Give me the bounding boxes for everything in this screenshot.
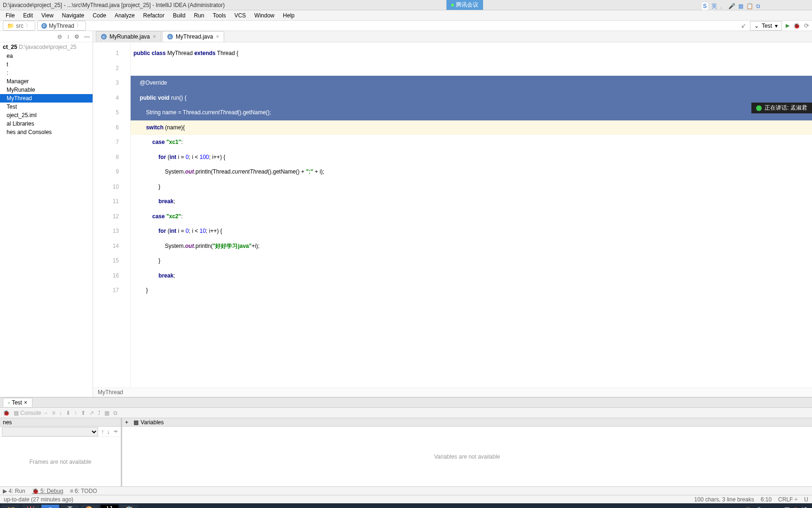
menu-edit[interactable]: Edit [19,11,37,20]
collapse-icon[interactable]: ⊖ [57,33,62,40]
tencent-meeting-indicator[interactable]: 腾讯会议 [446,0,483,10]
line-number[interactable]: 4 [93,91,130,106]
menu-file[interactable]: File [2,11,18,20]
console-tab[interactable]: ▦ Console → [14,410,48,416]
menu-navigate[interactable]: Navigate [58,11,88,20]
ime-icon-0[interactable]: 、 [720,2,726,10]
layout-icon[interactable]: ≡ [52,410,55,416]
tw-todo[interactable]: ≡ 6: TODO [70,488,97,494]
next-frame-icon[interactable]: ↓ [107,428,110,435]
tree-node[interactable]: Manager [0,77,93,86]
tab-mythread[interactable]: CMyThread.java× [162,31,224,42]
tree-node[interactable]: hes and Consoles [0,128,93,136]
code-editor[interactable]: 1 2 3 4 5 6 7 8 9 10 11 12 13 14 15 16 1… [93,42,812,388]
tw-run[interactable]: ▶ 4: Run [3,488,25,494]
line-number[interactable]: 11 [93,194,130,209]
debug-button[interactable]: 🐞 [793,23,800,29]
ime-icon-2[interactable]: ▦ [738,3,743,9]
menu-view[interactable]: View [38,11,57,20]
taskbar-app3[interactable]: 🎨 [81,505,99,508]
debug-tab-test[interactable]: ▫Test× [3,398,32,407]
tree-node[interactable]: MyRunable [0,86,93,94]
run-config-selector[interactable]: ⌄Test▾ [750,21,782,31]
menu-help[interactable]: Help [279,11,298,20]
step-into-icon[interactable]: ⬇ [66,410,70,416]
line-number[interactable]: 16 [93,269,130,284]
gutter[interactable]: 1 2 3 4 5 6 7 8 9 10 11 12 13 14 15 16 1… [93,42,131,388]
line-number[interactable]: 5 [93,105,130,120]
debug-icon[interactable]: 🐞 [3,410,10,416]
ime-panel[interactable]: S 英 、 🎤 ▦ 📋 ⧉ [701,2,760,10]
breadcrumb-class[interactable]: CMyThread〉 [37,21,86,31]
tab-myrunable[interactable]: CMyRunable.java× [96,31,161,42]
line-number[interactable]: 8 [93,150,130,165]
close-icon[interactable]: × [153,33,156,40]
line-separator[interactable]: CRLF ÷ [778,496,797,503]
project-root[interactable]: ct_25 D:\javacode\project_25 [0,42,93,52]
menu-code[interactable]: Code [89,11,110,20]
line-number[interactable]: 3 [93,76,130,91]
line-number[interactable]: 6 [93,120,130,135]
menu-analyze[interactable]: Analyze [111,11,139,20]
menu-refactor[interactable]: Refactor [140,11,168,20]
ime-icon-3[interactable]: 📋 [746,3,753,9]
add-watch-icon[interactable]: + [125,419,128,426]
project-tree[interactable]: ct_25 D:\javacode\project_25 ea t : Mana… [0,42,93,397]
taskbar-app1[interactable]: ⎍ [41,505,59,508]
line-number[interactable]: 15 [93,254,130,269]
encoding[interactable]: U [804,496,808,503]
menu-window[interactable]: Window [250,11,278,20]
rerun-button[interactable]: ⟳ [804,22,809,29]
sort-icon[interactable]: ↕ [67,33,70,40]
run-to-cursor-icon[interactable]: ↗ [89,410,94,416]
taskbar-explorer[interactable]: 📁 [2,505,20,508]
taskbar-wps[interactable]: W [22,505,39,508]
system-tray[interactable]: ▴ ⚫ 🔒 ✉ 🕪 英 S 15 [738,506,810,508]
caret-position[interactable]: 6:10 [761,496,772,503]
step-over-icon[interactable]: ↓ [59,410,62,416]
menu-build[interactable]: Build [169,11,189,20]
tree-node-selected[interactable]: MyThread [0,94,93,103]
taskbar-app2[interactable]: T [61,505,79,508]
taskbar-intellij[interactable]: IJ [101,505,118,508]
nav-back-icon[interactable]: ↙ [741,22,746,29]
line-number[interactable]: 9 [93,165,130,180]
gear-icon[interactable]: ⚙ [74,33,79,40]
filter-icon[interactable]: ⫧ [113,428,119,435]
evaluate-icon[interactable]: ⤴ [98,410,101,416]
windows-taskbar[interactable]: 📁 W ⎍ T 🎨 IJ 📋 ▴ ⚫ 🔒 ✉ 🕪 英 S 15 [0,503,812,508]
tree-node[interactable]: t [0,60,93,69]
tree-node[interactable]: oject_25.iml [0,111,93,119]
prev-frame-icon[interactable]: ↑ [101,428,104,435]
ime-lang[interactable]: 英 [711,2,717,10]
tree-node[interactable]: ea [0,52,93,60]
breadcrumb-src[interactable]: 📁src〉 [3,21,35,31]
taskbar-app4[interactable]: 📋 [120,505,138,508]
close-icon[interactable]: × [24,399,27,406]
tree-node[interactable]: Test [0,103,93,111]
layout-2-icon[interactable]: ▦ [104,410,109,416]
ime-icon-4[interactable]: ⧉ [756,3,760,9]
force-step-icon[interactable]: ⬆ [81,410,86,416]
line-number[interactable]: 10 [93,180,130,195]
thread-selector[interactable] [2,427,98,437]
sogou-icon[interactable]: S [701,2,709,10]
code-body[interactable]: public class MyThread extends Thread { @… [131,42,812,388]
menu-vcs[interactable]: VCS [231,11,250,20]
step-out-icon[interactable]: ↑ [74,410,77,416]
close-icon[interactable]: × [216,33,219,40]
line-number[interactable]: 14 [93,239,130,254]
run-button[interactable]: ▶ [786,23,789,29]
editor-crumb-bar[interactable]: MyThread [93,388,812,397]
tray-icon[interactable]: 英 [784,506,790,508]
line-number[interactable]: 13 [93,224,130,239]
menu-tools[interactable]: Tools [209,11,230,20]
menu-run[interactable]: Run [190,11,208,20]
tree-node[interactable]: : [0,69,93,77]
tree-node[interactable]: al Libraries [0,119,93,128]
line-number[interactable]: 12 [93,209,130,224]
line-number[interactable]: 1 [93,46,130,61]
tw-debug[interactable]: 🐞 5: Debug [32,488,63,494]
line-number[interactable]: 7 [93,135,130,150]
line-number[interactable]: 17 [93,283,130,298]
